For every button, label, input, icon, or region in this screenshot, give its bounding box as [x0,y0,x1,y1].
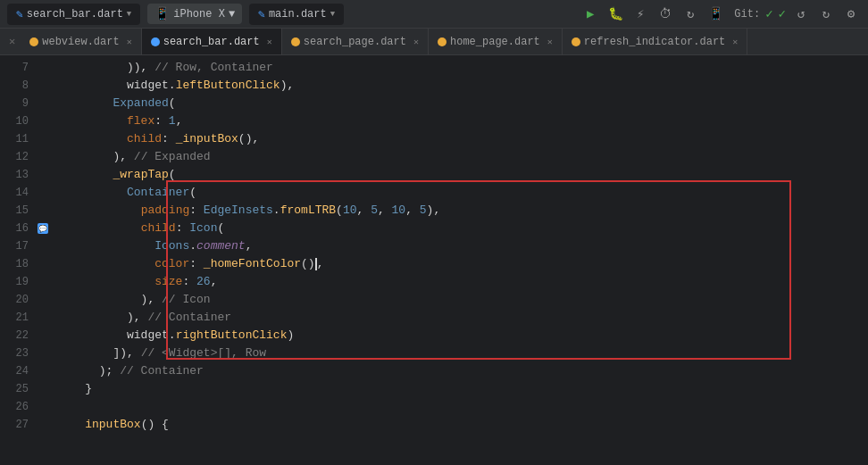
tab-icon-search-bar [151,37,160,46]
toolbar-run-tab-label: main.dart [269,8,327,21]
side-icon-13 [36,166,50,184]
line-num-17: 17 [0,237,36,255]
code-line-18: color: _homeFontColor(), [57,255,861,273]
toolbar-actions: ▶ 🐛 ⚡ ⏱ ↻ 📱 Git: ✓ ✓ ↺ ↻ ⚙ [580,4,861,24]
toolbar-file-dropdown-icon[interactable]: ▼ [127,10,131,19]
line-num-8: 8 [0,77,36,95]
side-icon-25 [36,380,50,398]
tab-label-refresh-indicator: refresh_indicator.dart [584,36,725,48]
code-line-10: flex: 1, [57,112,861,130]
run-button[interactable]: ▶ [580,4,600,24]
side-icon-21 [36,309,50,327]
code-line-8: widget.leftButtonClick), [57,77,861,95]
tab-close-webview[interactable]: ✕ [127,37,132,47]
line-num-25: 25 [0,380,36,398]
code-area[interactable]: )), // Row, Container widget.leftButtonC… [50,55,868,465]
tab-close-search-bar[interactable]: ✕ [267,37,272,47]
tab-close-search-page[interactable]: ✕ [413,37,419,47]
code-line-17: Icons.comment, [57,237,861,255]
side-icons: 💬 [36,55,50,465]
tab-webview[interactable]: webview.dart ✕ [21,29,141,55]
side-icon-15 [36,202,50,220]
line-num-14: 14 [0,184,36,202]
tab-search-page[interactable]: search_page.dart ✕ [282,29,429,55]
code-line-21: ), // Container [57,309,861,327]
side-icon-22 [36,327,50,345]
editor-area: 7 8 9 10 11 12 13 14 15 16 17 18 19 20 2… [0,55,868,465]
line-num-20: 20 [0,291,36,309]
code-line-19: size: 26, [57,273,861,291]
code-line-24: ); // Container [57,362,861,380]
git-check1-icon[interactable]: ✓ [765,6,772,21]
line-num-23: 23 [0,345,36,362]
side-icon-7 [36,59,50,77]
toolbar-file-tab[interactable]: ✎ search_bar.dart ▼ [7,4,140,25]
side-icon-26 [36,398,50,416]
profile-button[interactable]: ⏱ [655,4,675,24]
tab-refresh-indicator[interactable]: refresh_indicator.dart ✕ [563,29,747,55]
line-num-10: 10 [0,112,36,130]
device-dropdown-icon[interactable]: ▼ [229,8,235,21]
attach-button[interactable]: ⚡ [630,4,650,24]
run-dropdown-icon[interactable]: ▼ [330,10,335,19]
side-icon-16: 💬 [36,220,50,237]
code-line-26 [57,398,861,416]
tab-label-webview: webview.dart [42,36,119,48]
line-num-16: 16 [0,220,36,237]
code-line-11: child: _inputBox(), [57,130,861,148]
line-num-26: 26 [0,398,36,416]
code-line-7: )), // Row, Container [57,59,861,77]
side-icon-11 [36,130,50,148]
tab-icon-home-page [438,37,447,46]
code-line-12: ), // Expanded [57,148,861,166]
toolbar-file-tab-label: search_bar.dart [27,8,123,21]
undo-button[interactable]: ↺ [791,4,811,24]
code-line-9: Expanded( [57,95,861,112]
tab-close-x[interactable]: ✕ [4,29,21,55]
side-icon-18 [36,255,50,273]
device-selector[interactable]: 📱 iPhone X ▼ [147,4,242,24]
line-num-18: 18 [0,255,36,273]
dart-run-icon: ✎ [258,7,265,21]
tab-close-home-page[interactable]: ✕ [547,37,553,47]
debug-button[interactable]: 🐛 [605,4,625,24]
code-line-25: } [57,380,861,398]
side-icon-14 [36,184,50,202]
code-line-15: padding: EdgeInsets.fromLTRB(10, 5, 10, … [57,202,861,220]
line-num-27: 27 [0,416,36,434]
side-icon-23 [36,345,50,362]
side-icon-8 [36,77,50,95]
side-icon-20 [36,291,50,309]
settings-button[interactable]: ⚙ [841,4,861,24]
redo-button[interactable]: ↻ [816,4,836,24]
tab-home-page[interactable]: home_page.dart ✕ [429,29,563,55]
line-num-19: 19 [0,273,36,291]
side-icon-19 [36,273,50,291]
toolbar: ✎ search_bar.dart ▼ 📱 iPhone X ▼ ✎ main.… [0,0,868,29]
device-button[interactable]: 📱 [705,4,725,24]
code-line-20: ), // Icon [57,291,861,309]
tab-label-search-page: search_page.dart [304,36,406,48]
side-icon-10 [36,112,50,130]
tab-label-home-page: home_page.dart [450,36,540,48]
tab-icon-refresh-indicator [572,37,580,46]
line-num-11: 11 [0,130,36,148]
side-icon-24 [36,362,50,380]
hot-reload-button[interactable]: ↻ [680,4,700,24]
line-num-9: 9 [0,95,36,112]
code-line-27: inputBox() { [57,416,861,434]
line-num-24: 24 [0,362,36,380]
line-num-21: 21 [0,309,36,327]
git-label: Git: [734,8,760,21]
phone-icon: 📱 [154,6,170,21]
code-line-22: widget.rightButtonClick) [57,327,861,345]
toolbar-run-tab[interactable]: ✎ main.dart ▼ [249,4,344,25]
tab-label-search-bar: search_bar.dart [163,36,260,48]
line-num-7: 7 [0,59,36,77]
dart-file-icon: ✎ [16,7,23,21]
code-line-13: _wrapTap( [57,166,861,184]
tab-search-bar[interactable]: search_bar.dart ✕ [142,29,282,55]
git-check2-icon[interactable]: ✓ [779,6,786,21]
tab-close-refresh-indicator[interactable]: ✕ [732,37,738,47]
code-line-23: ]), // <Widget>[], Row [57,345,861,362]
